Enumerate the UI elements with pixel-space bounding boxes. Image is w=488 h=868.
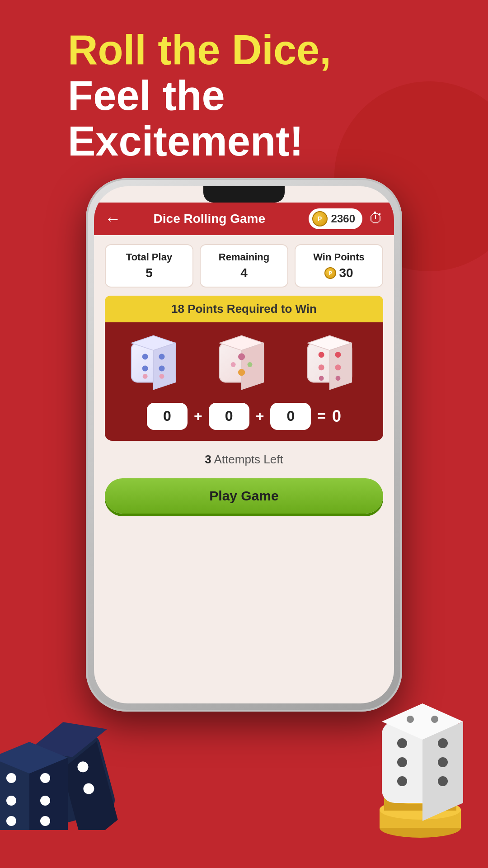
score-box-1: 0 — [147, 403, 188, 430]
svg-point-4 — [159, 354, 165, 359]
dice-area: 0 + 0 + 0 = 0 — [105, 322, 383, 441]
dice-2 — [215, 333, 273, 392]
svg-point-36 — [40, 773, 50, 783]
svg-point-51 — [397, 757, 407, 767]
stats-row: Total Play 5 Remaining 4 Win Points P — [105, 244, 383, 288]
attempts-text: 3 Attempts Left — [105, 449, 383, 470]
svg-marker-2 — [154, 343, 176, 389]
win-points-coin-icon: P — [324, 267, 336, 279]
dice-3 — [303, 333, 361, 392]
phone-notch — [203, 186, 285, 203]
remaining-value: 4 — [205, 266, 283, 280]
app-title: Dice Rolling Game — [128, 212, 291, 226]
svg-point-15 — [248, 362, 253, 367]
svg-point-53 — [397, 776, 407, 786]
plus-operator-2: + — [256, 408, 264, 425]
stat-win-points: Win Points P 30 — [295, 244, 383, 288]
points-banner: 18 Points Required to Win — [105, 296, 383, 322]
win-points-label: Win Points — [300, 251, 378, 263]
svg-point-5 — [142, 365, 148, 371]
score-value-2: 0 — [225, 408, 233, 425]
svg-point-7 — [143, 373, 148, 378]
history-icon[interactable]: ⏱ — [369, 210, 383, 227]
app-content: Total Play 5 Remaining 4 Win Points P — [94, 235, 394, 523]
phone-mockup: ← Dice Rolling Game P 2360 ⏱ Total Play … — [86, 178, 402, 721]
svg-point-52 — [438, 757, 448, 767]
svg-point-6 — [159, 365, 165, 371]
svg-point-50 — [438, 738, 448, 748]
svg-point-22 — [335, 364, 341, 370]
svg-point-3 — [142, 354, 148, 359]
points-value: 2360 — [331, 212, 355, 225]
svg-point-12 — [238, 353, 245, 360]
hero-line1: Roll the Dice, — [68, 27, 429, 73]
dice-row — [112, 333, 376, 392]
svg-point-13 — [238, 369, 245, 376]
svg-point-20 — [335, 352, 341, 358]
score-row: 0 + 0 + 0 = 0 — [112, 403, 376, 430]
bottom-deco-left — [0, 703, 127, 832]
svg-point-35 — [6, 773, 16, 783]
play-game-button[interactable]: Play Game — [105, 478, 383, 514]
back-button[interactable]: ← — [105, 209, 121, 228]
svg-marker-18 — [329, 343, 352, 389]
stat-total-play: Total Play 5 — [105, 244, 193, 288]
svg-point-39 — [6, 816, 16, 826]
points-badge: P 2360 — [309, 208, 362, 229]
win-points-value-row: P 30 — [300, 266, 378, 280]
page-wrapper: Roll the Dice, Feel the Excitement! ← Di… — [0, 0, 488, 868]
svg-point-24 — [335, 376, 340, 381]
svg-point-55 — [407, 716, 414, 723]
svg-point-23 — [319, 376, 324, 381]
svg-point-21 — [318, 364, 324, 370]
attempts-number: 3 — [205, 453, 211, 466]
white-dice-coins-svg — [361, 694, 479, 839]
svg-marker-11 — [242, 343, 264, 389]
remaining-label: Remaining — [205, 251, 283, 263]
svg-point-37 — [6, 796, 16, 806]
score-box-2: 0 — [209, 403, 249, 430]
app-header: ← Dice Rolling Game P 2360 ⏱ — [94, 203, 394, 235]
phone-screen: ← Dice Rolling Game P 2360 ⏱ Total Play … — [94, 186, 394, 703]
svg-point-38 — [40, 796, 50, 806]
points-coin-icon: P — [312, 211, 328, 226]
score-box-3: 0 — [270, 403, 311, 430]
score-value-1: 0 — [163, 408, 171, 425]
bottom-deco-right — [361, 694, 479, 841]
dark-dice-svg — [0, 703, 127, 830]
points-required-block: 18 Points Required to Win — [105, 296, 383, 441]
svg-point-14 — [231, 362, 236, 367]
attempts-label: Attempts Left — [214, 453, 283, 466]
total-play-value: 5 — [110, 266, 188, 280]
equals-operator: = — [317, 408, 326, 425]
stat-remaining: Remaining 4 — [200, 244, 288, 288]
score-value-3: 0 — [286, 408, 295, 425]
svg-point-40 — [40, 816, 50, 826]
plus-operator-1: + — [194, 408, 202, 425]
svg-point-49 — [397, 738, 407, 748]
svg-point-56 — [431, 716, 438, 723]
total-play-label: Total Play — [110, 251, 188, 263]
total-score: 0 — [332, 407, 341, 426]
svg-point-19 — [318, 352, 324, 358]
svg-point-54 — [438, 776, 448, 786]
svg-point-8 — [160, 373, 164, 378]
win-points-value: 30 — [339, 266, 353, 280]
dice-1 — [127, 333, 185, 392]
